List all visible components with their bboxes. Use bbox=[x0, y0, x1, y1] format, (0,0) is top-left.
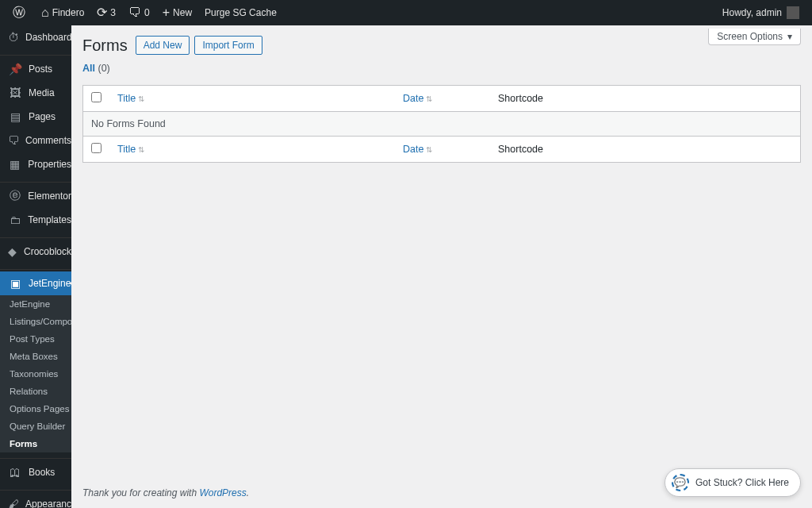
menu-separator bbox=[0, 233, 71, 238]
col-shortcode-label: Shortcode bbox=[498, 93, 543, 104]
menu-separator bbox=[0, 265, 71, 270]
col-header-title[interactable]: Title⇅ bbox=[109, 86, 395, 112]
col-date-label: Date bbox=[403, 144, 423, 155]
footer-suffix: . bbox=[247, 487, 249, 498]
sort-icon: ⇅ bbox=[426, 94, 432, 103]
select-all-top[interactable] bbox=[91, 92, 102, 102]
new-label: New bbox=[173, 7, 192, 18]
sub-item-taxonomies[interactable]: Taxonomies bbox=[0, 365, 71, 383]
refresh-icon: ⟳ bbox=[97, 6, 107, 19]
page-icon: ▤ bbox=[8, 110, 22, 124]
sub-item-forms[interactable]: Forms bbox=[0, 435, 71, 452]
comments-count: 0 bbox=[144, 7, 150, 18]
media-icon: 🖾 bbox=[8, 86, 22, 100]
dashboard-icon: ⏱ bbox=[8, 30, 19, 44]
col-header-checkbox bbox=[83, 86, 109, 112]
import-form-button[interactable]: Import Form bbox=[194, 36, 262, 55]
wp-logo[interactable]: ⓦ bbox=[6, 0, 35, 25]
avatar-icon bbox=[787, 6, 799, 19]
menu-separator bbox=[0, 178, 71, 183]
sort-icon: ⇅ bbox=[138, 145, 144, 154]
page-title: Forms bbox=[82, 37, 128, 55]
site-name-item[interactable]: ⌂ Findero bbox=[35, 0, 90, 25]
chat-icon: 💬 bbox=[672, 474, 689, 491]
sidebar-item-appearance[interactable]: 🖌Appearance bbox=[0, 492, 71, 508]
sub-item-options-pages[interactable]: Options Pages bbox=[0, 400, 71, 418]
howdy-text: Howdy, admin bbox=[722, 7, 782, 18]
sidebar-item-pages[interactable]: ▤Pages bbox=[0, 105, 71, 129]
comments-icon: 🗨 bbox=[8, 133, 19, 148]
footer-wordpress-link[interactable]: WordPress bbox=[199, 487, 246, 498]
sidebar-item-elementor[interactable]: ⓔElementor bbox=[0, 184, 71, 208]
main-content: Screen Options ▾ Forms Add New Import Fo… bbox=[71, 25, 812, 508]
sub-item-meta-boxes[interactable]: Meta Boxes bbox=[0, 348, 71, 365]
col-header-shortcode: Shortcode bbox=[490, 86, 800, 112]
admin-bar-left: ⓦ ⌂ Findero ⟳ 3 🗨 0 + New Purge SG Cache bbox=[6, 0, 283, 25]
new-content-item[interactable]: + New bbox=[156, 0, 198, 25]
sidebar-item-templates[interactable]: 🗀Templates bbox=[0, 208, 71, 232]
screen-options-toggle[interactable]: Screen Options ▾ bbox=[708, 29, 801, 45]
add-new-button[interactable]: Add New bbox=[136, 36, 190, 55]
brush-icon: 🖌 bbox=[8, 497, 19, 508]
select-all-bottom[interactable] bbox=[91, 143, 102, 153]
pin-icon: 📌 bbox=[8, 62, 22, 76]
sub-item-relations[interactable]: Relations bbox=[0, 383, 71, 400]
sidebar-item-crocoblock[interactable]: ◆Crocoblock bbox=[0, 240, 71, 264]
sidebar-item-comments[interactable]: 🗨Comments bbox=[0, 129, 71, 152]
updates-item[interactable]: ⟳ 3 bbox=[90, 0, 122, 25]
sub-item-listings[interactable]: Listings/Components bbox=[0, 313, 71, 330]
comments-item[interactable]: 🗨 0 bbox=[122, 0, 156, 25]
col-title-label: Title bbox=[117, 93, 136, 104]
sub-item-post-types[interactable]: Post Types bbox=[0, 330, 71, 348]
site-name: Findero bbox=[52, 7, 85, 18]
sidebar-label-media: Media bbox=[29, 87, 55, 98]
filter-all-count: (0) bbox=[98, 63, 109, 74]
wordpress-icon: ⓦ bbox=[13, 6, 25, 19]
sidebar-item-posts[interactable]: 📌Posts bbox=[0, 57, 71, 81]
filter-all-label: All bbox=[82, 63, 95, 74]
no-items-cell: No Forms Found bbox=[83, 112, 800, 136]
col-date-label: Date bbox=[403, 93, 423, 104]
sidebar-item-dashboard[interactable]: ⏱Dashboard bbox=[0, 25, 71, 49]
sort-icon: ⇅ bbox=[426, 145, 432, 154]
sidebar-label-properties: Properties bbox=[28, 159, 71, 170]
sub-item-query-builder[interactable]: Query Builder bbox=[0, 418, 71, 435]
filter-links: All (0) bbox=[82, 63, 801, 74]
menu-separator bbox=[0, 51, 71, 56]
col-footer-title[interactable]: Title⇅ bbox=[109, 136, 395, 162]
sidebar-label-jetengine: JetEngine bbox=[29, 278, 71, 289]
sidebar-item-books[interactable]: 🕮Books bbox=[0, 460, 71, 484]
sidebar-item-properties[interactable]: ▦Properties bbox=[0, 152, 71, 176]
no-items-row: No Forms Found bbox=[83, 112, 800, 136]
menu-separator bbox=[0, 454, 71, 459]
purge-cache-item[interactable]: Purge SG Cache bbox=[198, 0, 283, 25]
col-footer-shortcode: Shortcode bbox=[490, 136, 800, 162]
admin-bar: ⓦ ⌂ Findero ⟳ 3 🗨 0 + New Purge SG Cache… bbox=[0, 0, 812, 25]
sidebar-label-templates: Templates bbox=[28, 214, 71, 225]
sidebar-item-media[interactable]: 🖾Media bbox=[0, 81, 71, 105]
col-header-date[interactable]: Date⇅ bbox=[395, 86, 490, 112]
page-header: Forms Add New Import Form bbox=[82, 36, 801, 55]
menu-separator bbox=[0, 486, 71, 491]
sub-item-jetengine[interactable]: JetEngine bbox=[0, 295, 71, 313]
col-footer-date[interactable]: Date⇅ bbox=[395, 136, 490, 162]
sidebar-label-crocoblock: Crocoblock bbox=[24, 246, 71, 257]
footer-prefix: Thank you for creating with bbox=[82, 487, 199, 498]
chevron-down-icon: ▾ bbox=[787, 31, 792, 42]
properties-icon: ▦ bbox=[8, 157, 21, 171]
col-footer-checkbox bbox=[83, 136, 109, 162]
sidebar-label-comments: Comments bbox=[25, 135, 71, 146]
sidebar-label-books: Books bbox=[29, 467, 55, 478]
col-shortcode-label: Shortcode bbox=[498, 144, 543, 155]
book-icon: 🕮 bbox=[8, 465, 22, 479]
my-account[interactable]: Howdy, admin bbox=[716, 0, 806, 25]
folder-icon: 🗀 bbox=[8, 213, 21, 227]
filter-all[interactable]: All bbox=[82, 63, 95, 74]
sidebar-label-appearance: Appearance bbox=[25, 498, 71, 508]
sidebar-label-dashboard: Dashboard bbox=[25, 32, 71, 43]
sort-icon: ⇅ bbox=[138, 94, 144, 103]
sidebar-label-pages: Pages bbox=[29, 111, 56, 122]
screen-options-label: Screen Options bbox=[717, 31, 783, 42]
help-bubble[interactable]: 💬 Got Stuck? Click Here bbox=[665, 468, 801, 497]
sidebar-item-jetengine[interactable]: ▣JetEngine bbox=[0, 271, 71, 295]
